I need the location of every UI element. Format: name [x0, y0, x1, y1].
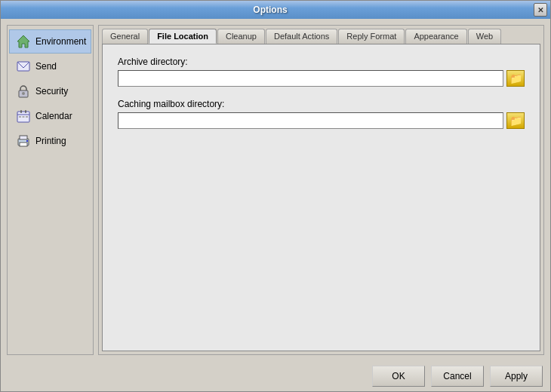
svg-rect-9	[23, 116, 25, 118]
ok-button[interactable]: OK	[372, 366, 425, 387]
archive-field-row: 📁	[118, 70, 525, 87]
titlebar-title: Options	[7, 5, 534, 15]
main-panel: General File Location Cleanup Default Ac…	[98, 25, 544, 355]
home-icon	[16, 34, 31, 49]
sidebar-item-printing-label: Printing	[35, 136, 66, 146]
sidebar-item-printing[interactable]: Printing	[9, 129, 91, 153]
tab-cleanup[interactable]: Cleanup	[217, 29, 265, 44]
tab-file-location[interactable]: File Location	[149, 29, 217, 44]
sidebar-item-calendar-label: Calendar	[35, 111, 72, 121]
content-area: Environment Send	[1, 19, 550, 361]
sidebar-item-calendar[interactable]: Calendar	[9, 104, 91, 128]
svg-rect-8	[19, 116, 21, 118]
sidebar-item-environment-label: Environment	[35, 36, 86, 47]
titlebar: Options ✕	[1, 1, 550, 19]
svg-rect-6	[20, 110, 22, 113]
print-icon	[16, 133, 31, 149]
tab-bar: General File Location Cleanup Default Ac…	[99, 26, 543, 44]
calendar-icon	[16, 109, 31, 124]
svg-rect-10	[26, 116, 28, 118]
lock-icon	[16, 84, 31, 99]
archive-folder-button[interactable]: 📁	[506, 70, 525, 87]
sidebar-item-send[interactable]: Send	[9, 54, 91, 78]
svg-rect-13	[20, 142, 27, 146]
svg-marker-0	[17, 35, 29, 47]
svg-rect-12	[20, 136, 27, 139]
close-button[interactable]: ✕	[534, 3, 547, 17]
caching-input[interactable]	[118, 112, 503, 129]
sidebar: Environment Send	[7, 25, 94, 355]
sidebar-item-security[interactable]: Security	[9, 79, 91, 103]
caching-folder-button[interactable]: 📁	[506, 112, 525, 129]
svg-rect-7	[25, 110, 26, 113]
archive-field-group: Archive directory: 📁	[118, 57, 525, 87]
sidebar-item-send-label: Send	[35, 61, 57, 72]
apply-button[interactable]: Apply	[490, 366, 543, 387]
tab-reply-format[interactable]: Reply Format	[338, 29, 405, 44]
caching-field-group: Caching mailbox directory: 📁	[118, 99, 525, 129]
tab-appearance[interactable]: Appearance	[405, 29, 466, 44]
sidebar-item-environment[interactable]: Environment	[9, 29, 91, 54]
archive-input[interactable]	[118, 70, 503, 87]
tab-content: Archive directory: 📁 Caching mailbox dir…	[102, 44, 540, 351]
caching-field-row: 📁	[118, 112, 525, 129]
sidebar-item-security-label: Security	[35, 86, 68, 96]
options-window: Options ✕ Environment	[0, 0, 551, 392]
tab-general[interactable]: General	[102, 29, 148, 44]
folder-icon: 📁	[509, 72, 522, 84]
svg-point-14	[26, 140, 28, 142]
folder-icon-2: 📁	[509, 115, 522, 127]
send-icon	[16, 59, 31, 74]
caching-label: Caching mailbox directory:	[118, 99, 525, 109]
svg-point-3	[22, 92, 25, 95]
tab-web[interactable]: Web	[468, 29, 501, 44]
bottom-bar: OK Cancel Apply	[1, 361, 550, 391]
archive-label: Archive directory:	[118, 57, 525, 67]
cancel-button[interactable]: Cancel	[431, 366, 484, 387]
tab-default-actions[interactable]: Default Actions	[266, 29, 337, 44]
